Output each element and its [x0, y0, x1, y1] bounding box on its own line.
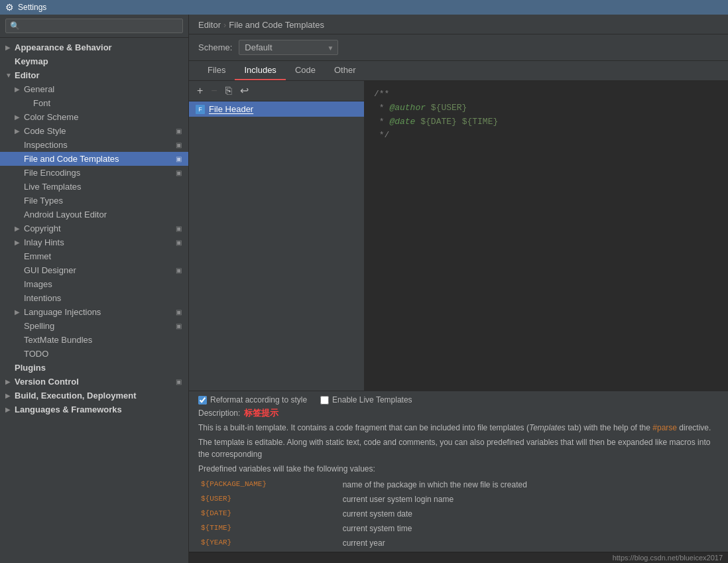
copy-scheme-icon: ▣: [174, 377, 183, 387]
reformat-label: Reformat according to style: [210, 395, 307, 405]
sidebar-item-label: Inspections: [24, 140, 174, 150]
sidebar-item-android-layout[interactable]: Android Layout Editor: [0, 208, 188, 221]
desc-para-3: Predefined variables will take the follo…: [198, 463, 719, 475]
content-area: Editor › File and Code Templates Scheme:…: [189, 15, 728, 563]
search-box[interactable]: [0, 15, 188, 38]
tab-code[interactable]: Code: [286, 61, 325, 80]
sidebar-item-inlay-hints[interactable]: ▶Inlay Hints▣: [0, 235, 188, 249]
sidebar-section-label: Plugins: [15, 363, 183, 373]
sidebar-item-color-scheme[interactable]: ▶Color Scheme: [0, 110, 188, 124]
main-layout: ▶Appearance & BehaviorKeymap▼Editor▶Gene…: [0, 15, 728, 563]
copy-scheme-icon: ▣: [174, 322, 183, 331]
sidebar-item-live-templates[interactable]: Live Templates: [0, 180, 188, 194]
url-bar: https://blog.csdn.net/blueicex2017: [189, 552, 728, 563]
sidebar-item-label: Copyright: [24, 223, 174, 233]
description-text: This is a built-in template. It contains…: [198, 422, 719, 548]
code-line: /**: [374, 88, 719, 101]
code-editor[interactable]: /** * @author ${USER} * @date ${DATE} ${…: [365, 81, 728, 391]
table-row: ${USER}current user system login name: [198, 492, 719, 507]
reformat-checkbox[interactable]: [198, 396, 207, 405]
sidebar-item-code-style[interactable]: ▶Code Style▣: [0, 124, 188, 138]
breadcrumb-part1: Editor: [198, 20, 221, 30]
sidebar-item-label: General: [24, 84, 183, 94]
tree-arrow-icon: ▶: [15, 127, 24, 135]
sidebar-item-plugins[interactable]: Plugins: [0, 361, 188, 375]
tab-files[interactable]: Files: [198, 61, 235, 80]
sidebar-section-label: Languages & Frameworks: [15, 405, 183, 414]
sidebar-item-font[interactable]: Font: [0, 96, 188, 110]
remove-button[interactable]: −: [208, 84, 219, 97]
scheme-select[interactable]: Default: [239, 40, 338, 55]
table-row: ${DATE}current system date: [198, 507, 719, 521]
sidebar-item-emmet[interactable]: Emmet: [0, 249, 188, 263]
sidebar-item-file-encodings[interactable]: File Encodings▣: [0, 166, 188, 180]
scheme-label: Scheme:: [198, 42, 232, 52]
sidebar-item-label: TODO: [24, 349, 183, 359]
search-input[interactable]: [5, 19, 183, 33]
bottom-panel: Reformat according to style Enable Live …: [189, 391, 728, 552]
copy-scheme-icon: ▣: [174, 238, 183, 247]
var-desc: current system date: [340, 507, 719, 521]
reset-button[interactable]: ↩: [237, 84, 251, 97]
sidebar-item-general[interactable]: ▶General: [0, 82, 188, 96]
sidebar-item-label: File and Code Templates: [24, 154, 174, 164]
file-item-file-header[interactable]: FFile Header: [189, 101, 364, 117]
sidebar-section-label: Version Control: [15, 377, 174, 387]
sidebar-item-label: Language Injections: [24, 307, 174, 317]
var-name: ${DATE}: [198, 507, 340, 521]
sidebar-item-label: Live Templates: [24, 182, 183, 192]
sidebar-item-intentions[interactable]: Intentions: [0, 291, 188, 305]
sidebar-item-label: Intentions: [24, 293, 183, 303]
sidebar-item-lang-injections[interactable]: ▶Language Injections▣: [0, 305, 188, 319]
copy-button[interactable]: ⎘: [223, 84, 235, 97]
sidebar-tree: ▶Appearance & BehaviorKeymap▼Editor▶Gene…: [0, 38, 188, 419]
sidebar-item-lang-frameworks[interactable]: ▶Languages & Frameworks: [0, 403, 188, 416]
sidebar-item-todo[interactable]: TODO: [0, 347, 188, 361]
sidebar-item-file-code-templates[interactable]: File and Code Templates▣: [0, 152, 188, 166]
reformat-checkbox-label[interactable]: Reformat according to style: [198, 395, 307, 405]
sidebar-item-appearance[interactable]: ▶Appearance & Behavior: [0, 40, 188, 54]
add-button[interactable]: +: [194, 84, 206, 97]
breadcrumb: Editor › File and Code Templates: [189, 15, 728, 34]
variable-table: ${PACKAGE_NAME}name of the package in wh…: [198, 477, 719, 548]
sidebar-item-file-types[interactable]: File Types: [0, 194, 188, 208]
copy-scheme-icon: ▣: [174, 127, 183, 136]
sidebar-item-label: Editor: [15, 70, 183, 80]
sidebar-item-version-control[interactable]: ▶Version Control▣: [0, 375, 188, 389]
sidebar-item-keymap[interactable]: Keymap: [0, 54, 188, 68]
table-row: ${YEAR}current year: [198, 536, 719, 548]
copy-scheme-icon: ▣: [174, 266, 183, 275]
sidebar-item-inspections[interactable]: Inspections▣: [0, 138, 188, 152]
tab-other[interactable]: Other: [325, 61, 365, 80]
description-row: Description: 标签提示: [198, 407, 719, 419]
sidebar-item-images[interactable]: Images: [0, 277, 188, 291]
copy-scheme-icon: ▣: [174, 168, 183, 178]
sidebar-item-editor[interactable]: ▼Editor: [0, 68, 188, 82]
sidebar-item-gui-designer[interactable]: GUI Designer▣: [0, 263, 188, 277]
tree-arrow-icon: ▶: [15, 113, 24, 121]
code-line: * @author ${USER}: [374, 101, 719, 115]
sidebar-item-label: TextMate Bundles: [24, 335, 183, 345]
live-templates-checkbox-label[interactable]: Enable Live Templates: [320, 395, 412, 405]
desc-para-1: This is a built-in template. It contains…: [198, 422, 719, 434]
sidebar-item-copyright[interactable]: ▶Copyright▣: [0, 221, 188, 235]
table-row: ${PACKAGE_NAME}name of the package in wh…: [198, 477, 719, 492]
sidebar-item-spelling[interactable]: Spelling▣: [0, 319, 188, 333]
tab-includes[interactable]: Includes: [235, 61, 285, 80]
sidebar-item-label: Inlay Hints: [24, 237, 174, 247]
sidebar-item-label: File Types: [24, 196, 183, 206]
sidebar-item-textmate-bundles[interactable]: TextMate Bundles: [0, 333, 188, 347]
sidebar-item-build-exec-deploy[interactable]: ▶Build, Execution, Deployment: [0, 389, 188, 403]
file-item-label: File Header: [209, 104, 253, 114]
breadcrumb-separator: ›: [223, 20, 226, 30]
title-bar: ⚙ Settings: [0, 0, 728, 15]
file-list-panel: + − ⎘ ↩ FFile Header: [189, 81, 365, 391]
tooltip-text: 标签提示: [244, 407, 278, 419]
sidebar-item-label: GUI Designer: [24, 265, 174, 275]
live-templates-checkbox[interactable]: [320, 396, 329, 405]
sidebar-item-label: Appearance & Behavior: [15, 42, 183, 52]
sidebar-item-label: Images: [24, 279, 183, 289]
copy-scheme-icon: ▣: [174, 224, 183, 233]
scheme-select-wrap: Default ▼: [239, 40, 338, 55]
tabs-row: FilesIncludesCodeOther: [189, 61, 728, 81]
